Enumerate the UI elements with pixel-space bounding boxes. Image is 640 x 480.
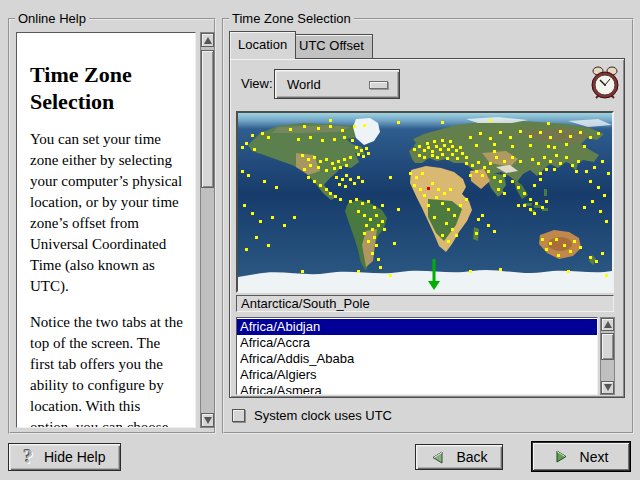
- alarm-clock-icon: [590, 65, 620, 101]
- world-map-graphic: [238, 113, 612, 291]
- back-label: Back: [456, 449, 487, 465]
- world-map[interactable]: [236, 111, 614, 293]
- timezone-selection-panel: Time Zone Selection Location UTC Offset …: [222, 18, 634, 434]
- scroll-down-button[interactable]: [601, 381, 614, 394]
- hide-help-button[interactable]: ? Hide Help: [8, 443, 121, 471]
- utc-checkbox-row[interactable]: System clock uses UTC: [232, 407, 392, 423]
- next-arrow-icon: [554, 449, 569, 464]
- help-frame-label: Online Help: [15, 11, 89, 26]
- timezone-list: Africa/Abidjan Africa/Accra Africa/Addis…: [236, 317, 598, 395]
- tz-frame-label: Time Zone Selection: [229, 11, 354, 26]
- hide-help-label: Hide Help: [44, 449, 105, 465]
- list-scrollbar-thumb[interactable]: [601, 333, 614, 360]
- up-arrow-icon: [204, 37, 212, 44]
- view-label: View:: [241, 69, 273, 99]
- help-text-area: Time Zone Selection You can set your tim…: [16, 32, 196, 428]
- online-help-panel: Online Help Time Zone Selection You can …: [8, 18, 216, 434]
- hovered-timezone-field: Antarctica/South_Pole: [236, 295, 614, 312]
- list-item[interactable]: Africa/Abidjan: [237, 319, 597, 335]
- installer-window: Online Help Time Zone Selection You can …: [0, 0, 640, 480]
- back-arrow-icon: [430, 450, 445, 465]
- location-tab-panel: View: World: [229, 58, 625, 398]
- dropdown-indicator-icon: [369, 81, 388, 89]
- help-paragraph: Notice the two tabs at the top of the sc…: [30, 312, 185, 428]
- list-item[interactable]: Africa/Algiers: [237, 367, 597, 383]
- scroll-down-button[interactable]: [201, 413, 214, 427]
- timezone-list-scrollbar[interactable]: [600, 317, 615, 395]
- selected-city-marker: [427, 187, 430, 190]
- utc-checkbox[interactable]: [232, 409, 245, 422]
- down-arrow-icon: [604, 384, 612, 391]
- list-item[interactable]: Africa/Asmera: [237, 383, 597, 395]
- tab-utc-offset[interactable]: UTC Offset: [290, 34, 373, 58]
- help-scrollbar-thumb[interactable]: [201, 50, 214, 188]
- view-dropdown[interactable]: World: [274, 69, 400, 99]
- scroll-up-button[interactable]: [201, 33, 214, 47]
- next-button[interactable]: Next: [531, 441, 631, 472]
- help-scrollbar[interactable]: [200, 32, 215, 428]
- view-dropdown-value: World: [287, 77, 321, 92]
- next-label: Next: [580, 449, 609, 465]
- utc-checkbox-label: System clock uses UTC: [254, 408, 392, 423]
- list-item[interactable]: Africa/Addis_Ababa: [237, 351, 597, 367]
- down-arrow-icon: [204, 417, 212, 424]
- back-button[interactable]: Back: [415, 444, 503, 470]
- question-mark-icon: ?: [24, 449, 34, 465]
- help-title: Time Zone Selection: [30, 61, 185, 115]
- tab-location[interactable]: Location: [229, 31, 296, 59]
- list-item[interactable]: Africa/Accra: [237, 335, 597, 351]
- up-arrow-icon: [604, 321, 612, 328]
- scroll-up-button[interactable]: [601, 318, 614, 331]
- world-map-image: [238, 113, 612, 291]
- help-paragraph: You can set your time zone either by sel…: [30, 129, 185, 297]
- south-pole-arrow-icon: [428, 259, 440, 291]
